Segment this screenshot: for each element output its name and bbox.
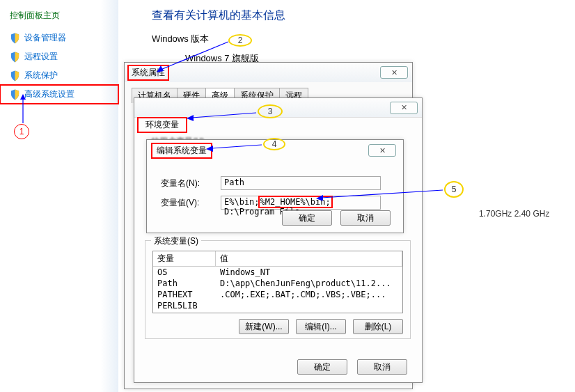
group-legend: 系统变量(S)	[151, 235, 201, 247]
windows-edition-label: Windows 版本	[152, 33, 575, 52]
sidebar-item-label: 系统保护	[24, 70, 58, 81]
sidebar-item-remote[interactable]: 远程设置	[0, 47, 118, 66]
dialog-titlebar[interactable]: ✕	[134, 98, 422, 118]
sidebar-item-label: 设备管理器	[24, 32, 66, 44]
close-icon: ✕	[391, 68, 397, 77]
list-item[interactable]: OSWindows_NT	[153, 267, 402, 278]
list-item[interactable]: PERL5LIB	[153, 300, 402, 311]
system-variables-group: 系统变量(S) 变量 值 OSWindows_NT PathD:\app\Che…	[145, 240, 411, 339]
variable-value-input[interactable]: E%\bin;%M2_HOME%\bin;D:\Program File	[221, 196, 381, 210]
sidebar-item-advanced[interactable]: 高级系统设置	[0, 85, 118, 104]
page-title: 查看有关计算机的基本信息	[152, 8, 575, 33]
annotation-5: 5	[444, 181, 464, 198]
list-item[interactable]: PathD:\app\ChenJunFeng\product\11.2...	[153, 278, 402, 289]
column-header-value[interactable]: 值	[216, 251, 402, 266]
sidebar-item-device-manager[interactable]: 设备管理器	[0, 29, 118, 47]
sidebar-item-protection[interactable]: 系统保护	[0, 66, 118, 85]
env-dialog-buttons: 确定 取消	[134, 359, 423, 375]
sidebar-item-label: 高级系统设置	[24, 88, 74, 100]
system-variables-list[interactable]: 变量 值 OSWindows_NT PathD:\app\ChenJunFeng…	[152, 251, 403, 313]
edit-variable-dialog: 编辑系统变量 ✕ 变量名(N): Path 变量值(V): E%\bin;%M2…	[146, 139, 404, 233]
cancel-button[interactable]: 取消	[340, 210, 391, 226]
delete-button[interactable]: 删除(L)	[353, 319, 403, 334]
control-panel-sidebar: 控制面板主页 设备管理器 远程设置 系统保护 高级系统设置	[0, 0, 118, 392]
close-icon: ✕	[379, 146, 386, 155]
sidebar-item-label: 远程设置	[24, 51, 58, 63]
cpu-speed-text: 1.70GHz 2.40 GHz	[479, 209, 549, 219]
column-header-name[interactable]: 变量	[153, 251, 216, 266]
ok-button[interactable]: 确定	[282, 210, 332, 226]
close-icon: ✕	[401, 103, 407, 112]
variable-value-label: 变量值(V):	[161, 197, 215, 209]
shield-icon	[10, 89, 20, 100]
dialog-title: 环境变量	[139, 118, 186, 132]
list-item[interactable]: PATHEXT.COM;.EXE;.BAT;.CMD;.VBS;.VBE;...	[153, 289, 402, 300]
close-button[interactable]: ✕	[380, 66, 408, 79]
close-button[interactable]: ✕	[390, 102, 418, 114]
shield-icon	[10, 52, 20, 63]
edit-button[interactable]: 编辑(I)...	[296, 319, 346, 334]
main-content: 查看有关计算机的基本信息 Windows 版本 Windows 7 旗舰版	[118, 0, 575, 65]
variable-name-input[interactable]: Path	[221, 176, 381, 190]
m2-home-segment: %M2_HOME%\bin;	[260, 197, 331, 207]
dialog-title: 编辑系统变量	[152, 144, 211, 157]
dialog-title: 系统属性	[129, 66, 168, 79]
shield-icon	[10, 70, 20, 81]
sidebar-title: 控制面板主页	[0, 7, 118, 29]
variable-name-label: 变量名(N):	[161, 178, 215, 189]
ok-button[interactable]: 确定	[297, 359, 347, 375]
cancel-button[interactable]: 取消	[357, 359, 407, 375]
shield-icon	[10, 33, 20, 44]
close-button[interactable]: ✕	[368, 144, 396, 157]
new-button[interactable]: 新建(W)...	[239, 319, 289, 334]
